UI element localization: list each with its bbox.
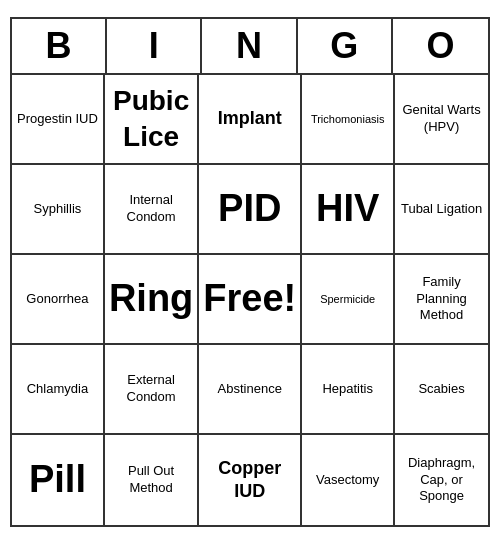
bingo-cell-11: Ring xyxy=(105,255,199,345)
header-letter-I: I xyxy=(107,19,202,73)
cell-text-1: Pubic Lice xyxy=(109,83,193,156)
bingo-cell-5: Syphillis xyxy=(12,165,105,255)
cell-text-20: Pill xyxy=(29,455,86,504)
bingo-grid: Progestin IUDPubic LiceImplantTrichomoni… xyxy=(12,75,488,525)
cell-text-17: Abstinence xyxy=(218,381,282,398)
cell-text-16: External Condom xyxy=(109,372,193,406)
bingo-cell-24: Diaphragm, Cap, or Sponge xyxy=(395,435,488,525)
bingo-cell-4: Genital Warts (HPV) xyxy=(395,75,488,165)
cell-text-14: Family Planning Method xyxy=(399,274,484,325)
cell-text-18: Hepatitis xyxy=(322,381,373,398)
bingo-cell-3: Trichomoniasis xyxy=(302,75,395,165)
cell-text-2: Implant xyxy=(218,107,282,130)
bingo-cell-6: Internal Condom xyxy=(105,165,199,255)
bingo-cell-9: Tubal Ligation xyxy=(395,165,488,255)
cell-text-4: Genital Warts (HPV) xyxy=(399,102,484,136)
cell-text-23: Vasectomy xyxy=(316,472,379,489)
bingo-cell-7: PID xyxy=(199,165,302,255)
bingo-cell-23: Vasectomy xyxy=(302,435,395,525)
cell-text-19: Scabies xyxy=(418,381,464,398)
cell-text-21: Pull Out Method xyxy=(109,463,193,497)
cell-text-0: Progestin IUD xyxy=(17,111,98,128)
bingo-cell-18: Hepatitis xyxy=(302,345,395,435)
bingo-cell-1: Pubic Lice xyxy=(105,75,199,165)
bingo-cell-2: Implant xyxy=(199,75,302,165)
cell-text-3: Trichomoniasis xyxy=(311,112,385,126)
cell-text-12: Free! xyxy=(203,274,296,323)
bingo-header: BINGO xyxy=(12,19,488,75)
bingo-cell-20: Pill xyxy=(12,435,105,525)
cell-text-24: Diaphragm, Cap, or Sponge xyxy=(399,455,484,506)
bingo-cell-15: Chlamydia xyxy=(12,345,105,435)
cell-text-7: PID xyxy=(218,184,281,233)
cell-text-9: Tubal Ligation xyxy=(401,201,482,218)
bingo-cell-22: Copper IUD xyxy=(199,435,302,525)
bingo-card: BINGO Progestin IUDPubic LiceImplantTric… xyxy=(10,17,490,527)
bingo-cell-17: Abstinence xyxy=(199,345,302,435)
cell-text-13: Spermicide xyxy=(320,292,375,306)
cell-text-10: Gonorrhea xyxy=(26,291,88,308)
bingo-cell-19: Scabies xyxy=(395,345,488,435)
header-letter-O: O xyxy=(393,19,488,73)
bingo-cell-10: Gonorrhea xyxy=(12,255,105,345)
bingo-cell-12: Free! xyxy=(199,255,302,345)
cell-text-5: Syphillis xyxy=(34,201,82,218)
cell-text-22: Copper IUD xyxy=(203,457,296,504)
bingo-cell-14: Family Planning Method xyxy=(395,255,488,345)
cell-text-15: Chlamydia xyxy=(27,381,88,398)
header-letter-B: B xyxy=(12,19,107,73)
header-letter-N: N xyxy=(202,19,297,73)
bingo-cell-8: HIV xyxy=(302,165,395,255)
bingo-cell-21: Pull Out Method xyxy=(105,435,199,525)
bingo-cell-0: Progestin IUD xyxy=(12,75,105,165)
bingo-cell-16: External Condom xyxy=(105,345,199,435)
bingo-cell-13: Spermicide xyxy=(302,255,395,345)
cell-text-6: Internal Condom xyxy=(109,192,193,226)
cell-text-8: HIV xyxy=(316,184,379,233)
header-letter-G: G xyxy=(298,19,393,73)
cell-text-11: Ring xyxy=(109,274,193,323)
